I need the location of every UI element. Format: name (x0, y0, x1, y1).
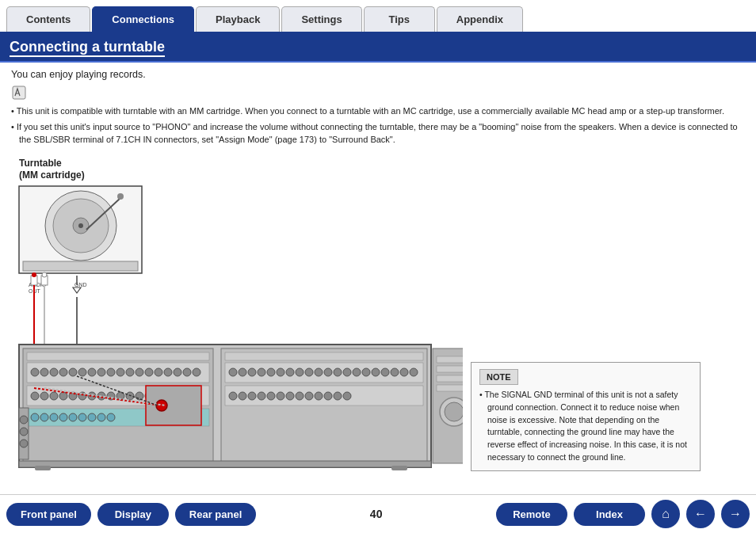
svg-point-103 (277, 392, 284, 400)
svg-point-89 (343, 368, 351, 376)
svg-point-35 (88, 368, 96, 376)
svg-point-16 (42, 272, 47, 277)
svg-point-123 (20, 428, 28, 436)
svg-point-43 (164, 368, 172, 376)
svg-point-34 (78, 368, 86, 376)
svg-rect-27 (27, 352, 209, 360)
note-title: NOTE (479, 369, 518, 386)
svg-point-88 (334, 368, 342, 376)
svg-rect-113 (437, 366, 463, 372)
svg-point-63 (31, 413, 39, 421)
svg-point-67 (69, 413, 77, 421)
tab-tips[interactable]: Tips (364, 6, 435, 32)
svg-point-95 (400, 368, 408, 376)
svg-point-48 (31, 392, 39, 400)
svg-point-84 (296, 368, 304, 376)
svg-point-32 (59, 368, 67, 376)
remote-button[interactable]: Remote (496, 503, 567, 526)
svg-point-98 (229, 392, 237, 400)
back-arrow-icon: ← (694, 507, 707, 521)
svg-point-82 (277, 368, 284, 376)
svg-point-29 (31, 368, 39, 376)
svg-rect-118 (19, 461, 431, 467)
svg-rect-72 (146, 386, 201, 425)
svg-point-64 (40, 413, 48, 421)
forward-button[interactable]: → (721, 500, 750, 528)
svg-point-65 (50, 413, 58, 421)
svg-point-33 (69, 368, 77, 376)
svg-point-96 (410, 368, 418, 376)
tab-contents[interactable]: Contents (6, 6, 90, 32)
turntable-label: Turntable (MM cartridge) (19, 158, 85, 182)
page-title-bar: Connecting a turntable (0, 33, 756, 63)
svg-point-124 (20, 440, 28, 447)
svg-point-78 (239, 368, 246, 376)
svg-point-14 (32, 272, 36, 277)
tab-settings[interactable]: Settings (281, 6, 361, 32)
svg-point-79 (248, 368, 256, 376)
tab-connections[interactable]: Connections (92, 6, 194, 32)
svg-point-40 (136, 368, 143, 376)
svg-rect-112 (437, 356, 463, 363)
index-button[interactable]: Index (574, 503, 645, 526)
svg-point-80 (258, 368, 265, 376)
svg-point-117 (445, 402, 463, 421)
top-navigation: Contents Connections Playback Settings T… (0, 0, 756, 33)
note-text: • The SIGNAL GND terminal of this unit i… (479, 389, 692, 464)
bullet-1: • This unit is compatible with turntable… (11, 105, 745, 118)
back-button[interactable]: ← (686, 500, 715, 528)
svg-point-8 (117, 193, 124, 200)
svg-point-106 (305, 392, 313, 400)
svg-rect-114 (437, 375, 463, 382)
bullet-2: • If you set this unit's input source to… (11, 120, 745, 147)
svg-rect-120 (391, 466, 407, 470)
svg-rect-119 (35, 466, 51, 470)
svg-rect-75 (225, 352, 423, 360)
svg-point-66 (59, 413, 67, 421)
home-button[interactable]: ⌂ (651, 500, 680, 528)
svg-point-93 (381, 368, 389, 376)
page-number: 40 (262, 508, 490, 520)
forward-arrow-icon: → (729, 507, 742, 521)
svg-point-122 (20, 416, 28, 424)
front-panel-button[interactable]: Front panel (6, 503, 91, 526)
svg-point-71 (107, 413, 115, 421)
svg-point-107 (315, 392, 323, 400)
home-icon: ⌂ (662, 507, 670, 521)
svg-point-41 (145, 368, 153, 376)
svg-point-36 (97, 368, 105, 376)
tab-playback[interactable]: Playback (196, 6, 280, 32)
svg-point-50 (50, 392, 58, 400)
svg-point-105 (296, 392, 304, 400)
svg-point-77 (229, 368, 237, 376)
svg-point-69 (88, 413, 96, 421)
svg-point-104 (286, 392, 294, 400)
svg-marker-18 (73, 287, 81, 293)
svg-point-90 (353, 368, 361, 376)
svg-point-81 (267, 368, 275, 376)
svg-rect-115 (437, 385, 463, 391)
svg-point-91 (362, 368, 370, 376)
svg-point-6 (78, 223, 83, 228)
svg-point-42 (155, 368, 162, 376)
svg-point-37 (107, 368, 115, 376)
page-title: Connecting a turntable (10, 39, 165, 57)
pencil-icon (11, 85, 27, 101)
tab-appendix[interactable]: Appendix (437, 6, 523, 32)
svg-point-108 (324, 392, 332, 400)
svg-point-38 (116, 368, 124, 376)
svg-point-46 (193, 368, 200, 376)
svg-point-39 (126, 368, 134, 376)
svg-point-86 (315, 368, 323, 376)
svg-point-30 (40, 368, 48, 376)
svg-point-31 (50, 368, 58, 376)
svg-point-87 (324, 368, 332, 376)
svg-point-59 (136, 392, 143, 400)
note-box: NOTE • The SIGNAL GND terminal of this u… (471, 362, 701, 471)
svg-rect-9 (23, 261, 138, 271)
svg-point-70 (97, 413, 105, 421)
rear-panel-button[interactable]: Rear panel (175, 503, 256, 526)
display-button[interactable]: Display (97, 503, 169, 526)
svg-point-101 (258, 392, 265, 400)
svg-point-85 (305, 368, 313, 376)
